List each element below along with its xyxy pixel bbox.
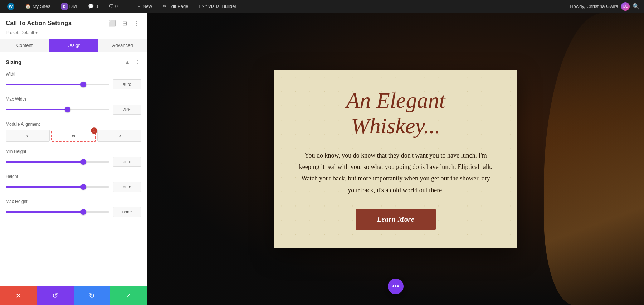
align-right-button[interactable]: ⇥ bbox=[97, 130, 141, 142]
exit-visual-builder-button[interactable]: Exit Visual Builder bbox=[196, 2, 239, 10]
undo-icon: ↺ bbox=[52, 291, 58, 300]
panel-header: Call To Action Settings ⬜ ⊟ ⋮ Preset: De… bbox=[0, 13, 147, 39]
tab-advanced[interactable]: Advanced bbox=[98, 39, 147, 52]
redo-button[interactable]: ↻ bbox=[74, 286, 111, 305]
cta-title: An ElegantWhiskey... bbox=[296, 88, 496, 139]
chat-icon: 🗨 bbox=[109, 4, 113, 9]
width-slider[interactable] bbox=[6, 84, 109, 85]
admin-bar-right: Howdy, Christina Gwira CG 🔍 bbox=[570, 2, 640, 11]
more-options-button[interactable]: ⋮ bbox=[132, 19, 141, 28]
height-label: Height bbox=[6, 174, 141, 179]
max-width-slider-row: 75% bbox=[6, 105, 141, 115]
my-sites-button[interactable]: 🏠 My Sites bbox=[22, 2, 53, 10]
undo-button[interactable]: ↺ bbox=[37, 286, 74, 305]
main-layout: Call To Action Settings ⬜ ⊟ ⋮ Preset: De… bbox=[0, 13, 644, 305]
module-alignment-label: Module Alignment bbox=[6, 122, 141, 127]
search-icon[interactable]: 🔍 bbox=[633, 3, 640, 10]
height-value[interactable]: auto bbox=[113, 182, 141, 192]
collapse-section-button[interactable]: ▲ bbox=[123, 58, 131, 66]
divi-button[interactable]: D Divi bbox=[58, 2, 80, 11]
tab-content[interactable]: Content bbox=[0, 39, 49, 52]
cta-learn-more-button[interactable]: Learn More bbox=[356, 209, 436, 230]
module-alignment-row: Module Alignment ⇤ ⇔ 1 ⇥ bbox=[6, 122, 141, 142]
tab-advanced-label: Advanced bbox=[112, 43, 133, 48]
divi-label: Divi bbox=[69, 4, 77, 9]
alignment-options: ⇤ ⇔ 1 ⇥ bbox=[6, 130, 141, 142]
split-view-button[interactable]: ⊟ bbox=[120, 19, 129, 28]
edit-page-button[interactable]: ✏ Edit Page bbox=[160, 2, 191, 10]
floating-action-button[interactable]: ••• bbox=[388, 279, 404, 294]
confirm-button[interactable]: ✓ bbox=[110, 286, 147, 305]
panel-content: Sizing ▲ ⋮ Width auto bbox=[0, 52, 147, 286]
new-button[interactable]: ＋ New bbox=[134, 2, 155, 11]
alignment-badge: 1 bbox=[91, 127, 97, 134]
max-height-row: Max Height none bbox=[6, 199, 141, 217]
admin-bar: W 🏠 My Sites D Divi 💬 3 🗨 0 ＋ New ✏ Edit… bbox=[0, 0, 644, 13]
align-center-button[interactable]: ⇔ 1 bbox=[51, 130, 96, 142]
cta-body-text: You do know, you do know that they don't… bbox=[296, 150, 496, 196]
comment-icon: 💬 bbox=[88, 4, 94, 9]
section-options-button[interactable]: ⋮ bbox=[133, 58, 141, 66]
height-slider-row: auto bbox=[6, 182, 141, 192]
canvas-area: An ElegantWhiskey... You do know, you do… bbox=[147, 13, 644, 305]
my-sites-label: My Sites bbox=[33, 4, 50, 9]
align-left-button[interactable]: ⇤ bbox=[6, 130, 50, 142]
height-row: Height auto bbox=[6, 174, 141, 192]
panel-tabs: Content Design Advanced bbox=[0, 39, 147, 52]
admin-bar-divider bbox=[127, 4, 127, 9]
width-slider-row: auto bbox=[6, 79, 141, 89]
max-width-slider[interactable] bbox=[6, 109, 109, 110]
preset-selector[interactable]: Preset: Default ▾ bbox=[6, 30, 141, 39]
chat-button[interactable]: 🗨 0 bbox=[106, 2, 121, 10]
sizing-section-title: Sizing bbox=[6, 59, 21, 65]
panel-title-icons: ⬜ ⊟ ⋮ bbox=[108, 19, 141, 28]
comments-button[interactable]: 💬 3 bbox=[85, 2, 101, 10]
cta-card: An ElegantWhiskey... You do know, you do… bbox=[274, 70, 517, 248]
align-left-icon: ⇤ bbox=[26, 133, 30, 139]
min-height-slider-row: auto bbox=[6, 157, 141, 167]
preset-chevron-icon: ▾ bbox=[35, 30, 38, 35]
panel-title-row: Call To Action Settings ⬜ ⊟ ⋮ bbox=[6, 19, 141, 28]
max-height-label: Max Height bbox=[6, 199, 141, 204]
section-controls: ▲ ⋮ bbox=[123, 58, 141, 66]
panel-title: Call To Action Settings bbox=[6, 20, 72, 27]
exit-label: Exit Visual Builder bbox=[199, 4, 236, 9]
home-icon: 🏠 bbox=[25, 4, 31, 9]
max-height-slider[interactable] bbox=[6, 211, 109, 213]
plus-icon: ＋ bbox=[137, 3, 141, 10]
min-height-row: Min Height auto bbox=[6, 149, 141, 167]
tab-content-label: Content bbox=[16, 43, 33, 48]
preset-label: Preset: Default bbox=[6, 30, 34, 35]
min-height-slider[interactable] bbox=[6, 161, 109, 163]
min-height-label: Min Height bbox=[6, 149, 141, 154]
tab-design[interactable]: Design bbox=[49, 39, 98, 52]
width-row: Width auto bbox=[6, 72, 141, 89]
max-width-value[interactable]: 75% bbox=[113, 105, 141, 115]
pencil-icon: ✏ bbox=[163, 4, 167, 9]
minimize-button[interactable]: ⬜ bbox=[108, 19, 117, 28]
max-width-label: Max Width bbox=[6, 97, 141, 102]
wordpress-icon: W bbox=[7, 3, 14, 10]
cta-title-text: An ElegantWhiskey... bbox=[346, 88, 445, 138]
edit-page-label: Edit Page bbox=[168, 4, 188, 9]
min-height-value[interactable]: auto bbox=[113, 157, 141, 167]
chat-count: 0 bbox=[115, 4, 118, 9]
width-label: Width bbox=[6, 72, 141, 77]
align-center-icon: ⇔ bbox=[72, 133, 76, 139]
user-label: Howdy, Christina Gwira bbox=[570, 4, 618, 9]
divi-icon: D bbox=[61, 3, 68, 10]
width-value[interactable]: auto bbox=[113, 79, 141, 89]
align-right-icon: ⇥ bbox=[117, 133, 122, 139]
sizing-section: Sizing ▲ ⋮ Width auto bbox=[6, 58, 141, 217]
confirm-icon: ✓ bbox=[126, 291, 132, 300]
fab-dots-icon: ••• bbox=[392, 283, 399, 290]
height-slider[interactable] bbox=[6, 186, 109, 188]
new-label: New bbox=[143, 4, 152, 9]
wp-logo-button[interactable]: W bbox=[4, 1, 17, 11]
cancel-button[interactable]: ✕ bbox=[0, 286, 37, 305]
max-height-value[interactable]: none bbox=[113, 207, 141, 217]
max-width-row: Max Width 75% bbox=[6, 97, 141, 115]
bottom-bar: ✕ ↺ ↻ ✓ bbox=[0, 286, 147, 305]
avatar[interactable]: CG bbox=[621, 2, 630, 11]
redo-icon: ↻ bbox=[89, 291, 95, 300]
